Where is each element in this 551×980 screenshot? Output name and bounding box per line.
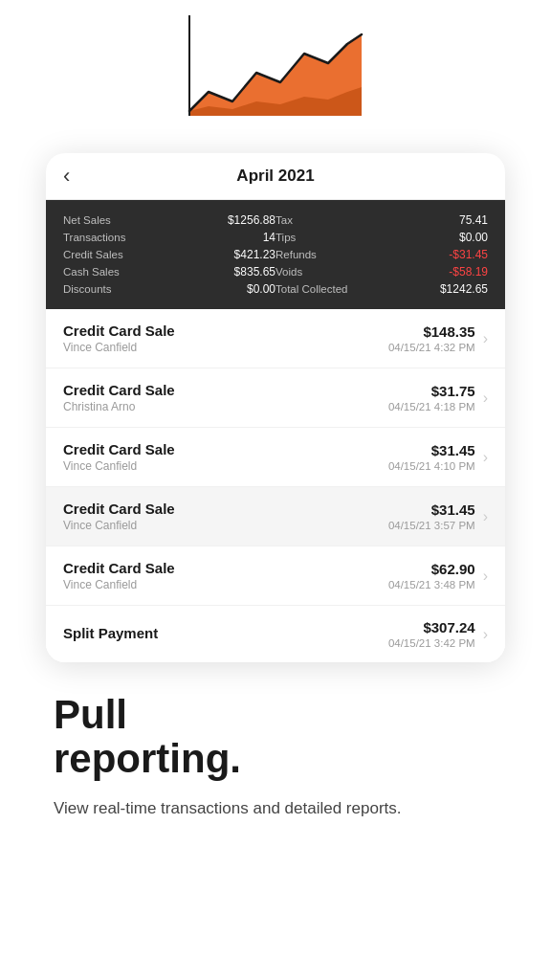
- summary-row: Discounts $0.00: [63, 280, 276, 298]
- summary-row: Tips $0.00: [276, 229, 488, 246]
- transaction-item[interactable]: Credit Card Sale Christina Arno $31.75 0…: [46, 368, 505, 428]
- transaction-list: Credit Card Sale Vince Canfield $148.35 …: [46, 309, 505, 662]
- summary-right-col: Tax 75.41 Tips $0.00 Refunds -$31.45 Voi…: [276, 212, 488, 298]
- transaction-date: 04/15/21 4:32 PM: [388, 342, 475, 353]
- transaction-right: $148.35 04/15/21 4:32 PM: [388, 323, 475, 353]
- discounts-label: Discounts: [63, 283, 112, 295]
- summary-row: Tax 75.41: [276, 212, 488, 229]
- transaction-info: Credit Card Sale Vince Canfield: [63, 441, 388, 473]
- card-header: ‹ April 2021: [46, 153, 505, 200]
- report-card: ‹ April 2021 Net Sales $1256.88 Transact…: [46, 153, 505, 662]
- tips-value: $0.00: [459, 231, 488, 244]
- transaction-right: $31.75 04/15/21 4:18 PM: [388, 383, 475, 412]
- transaction-name: Christina Arno: [63, 400, 388, 413]
- summary-row: Total Collected $1242.65: [276, 280, 488, 298]
- voids-value: -$58.19: [449, 265, 488, 278]
- chevron-right-icon: ›: [483, 330, 488, 347]
- summary-row: Transactions 14: [63, 229, 276, 246]
- cash-sales-value: $835.65: [234, 265, 276, 278]
- net-sales-label: Net Sales: [63, 214, 111, 226]
- transaction-item-active[interactable]: Credit Card Sale Vince Canfield $31.45 0…: [46, 487, 505, 546]
- transaction-right: $31.45 04/15/21 3:57 PM: [388, 501, 475, 531]
- transaction-right: $307.24 04/15/21 3:42 PM: [388, 619, 475, 649]
- total-collected-label: Total Collected: [276, 283, 347, 295]
- tax-value: 75.41: [459, 213, 488, 227]
- refunds-value: -$31.45: [449, 248, 488, 261]
- summary-row: Net Sales $1256.88: [63, 212, 276, 229]
- summary-row: Cash Sales $835.65: [63, 263, 276, 280]
- transaction-info: Split Payment: [63, 625, 388, 643]
- transaction-date: 04/15/21 3:42 PM: [388, 637, 475, 649]
- chevron-right-icon: ›: [483, 508, 488, 525]
- summary-row: Credit Sales $421.23: [63, 246, 276, 263]
- transaction-right: $31.45 04/15/21 4:10 PM: [388, 442, 475, 472]
- transaction-amount: $62.90: [388, 561, 475, 577]
- transaction-name: Vince Canfield: [63, 459, 388, 473]
- transaction-info: Credit Card Sale Vince Canfield: [63, 560, 388, 591]
- chevron-right-icon: ›: [483, 626, 488, 643]
- credit-sales-value: $421.23: [234, 248, 276, 261]
- transaction-info: Credit Card Sale Vince Canfield: [63, 323, 388, 354]
- transaction-right: $62.90 04/15/21 3:48 PM: [388, 561, 475, 590]
- voids-label: Voids: [276, 266, 302, 278]
- chevron-right-icon: ›: [483, 449, 488, 466]
- cash-sales-label: Cash Sales: [63, 266, 120, 278]
- transaction-amount: $31.45: [388, 501, 475, 518]
- chevron-right-icon: ›: [483, 568, 488, 585]
- credit-sales-label: Credit Sales: [63, 249, 123, 260]
- transaction-type: Credit Card Sale: [63, 323, 388, 339]
- transaction-item[interactable]: Split Payment $307.24 04/15/21 3:42 PM ›: [46, 606, 505, 662]
- tax-label: Tax: [276, 214, 293, 226]
- chart-area: [0, 0, 551, 153]
- transaction-type: Credit Card Sale: [63, 560, 388, 576]
- transaction-item[interactable]: Credit Card Sale Vince Canfield $31.45 0…: [46, 428, 505, 487]
- summary-grid: Net Sales $1256.88 Transactions 14 Credi…: [46, 200, 505, 309]
- transaction-date: 04/15/21 4:10 PM: [388, 460, 475, 472]
- transaction-info: Credit Card Sale Christina Arno: [63, 382, 388, 413]
- transaction-item[interactable]: Credit Card Sale Vince Canfield $148.35 …: [46, 309, 505, 368]
- transaction-item[interactable]: Credit Card Sale Vince Canfield $62.90 0…: [46, 546, 505, 606]
- month-title: April 2021: [236, 167, 314, 186]
- summary-left-col: Net Sales $1256.88 Transactions 14 Credi…: [63, 212, 276, 298]
- tips-label: Tips: [276, 232, 296, 243]
- transaction-name: Vince Canfield: [63, 578, 388, 591]
- bottom-heading: Pull reporting.: [54, 693, 497, 781]
- discounts-value: $0.00: [247, 282, 276, 296]
- transaction-type: Split Payment: [63, 625, 388, 641]
- chevron-right-icon: ›: [483, 390, 488, 407]
- transaction-amount: $148.35: [388, 323, 475, 340]
- transaction-date: 04/15/21 3:57 PM: [388, 520, 475, 531]
- transaction-date: 04/15/21 3:48 PM: [388, 579, 475, 590]
- bottom-text-section: Pull reporting. View real-time transacti…: [46, 693, 505, 821]
- transaction-amount: $31.75: [388, 383, 475, 399]
- transactions-value: 14: [263, 231, 276, 244]
- transactions-label: Transactions: [63, 232, 125, 243]
- transaction-type: Credit Card Sale: [63, 441, 388, 457]
- refunds-label: Refunds: [276, 249, 317, 260]
- transaction-info: Credit Card Sale Vince Canfield: [63, 501, 388, 532]
- back-button[interactable]: ‹: [63, 164, 70, 189]
- net-sales-value: $1256.88: [228, 213, 276, 227]
- transaction-name: Vince Canfield: [63, 341, 388, 354]
- total-collected-value: $1242.65: [440, 282, 488, 296]
- summary-row: Refunds -$31.45: [276, 246, 488, 263]
- transaction-amount: $31.45: [388, 442, 475, 458]
- transaction-type: Credit Card Sale: [63, 382, 388, 398]
- transaction-amount: $307.24: [388, 619, 475, 635]
- bottom-subtext: View real-time transactions and detailed…: [54, 796, 497, 821]
- transaction-name: Vince Canfield: [63, 519, 388, 532]
- transaction-date: 04/15/21 4:18 PM: [388, 401, 475, 412]
- transaction-type: Credit Card Sale: [63, 501, 388, 517]
- summary-row: Voids -$58.19: [276, 263, 488, 280]
